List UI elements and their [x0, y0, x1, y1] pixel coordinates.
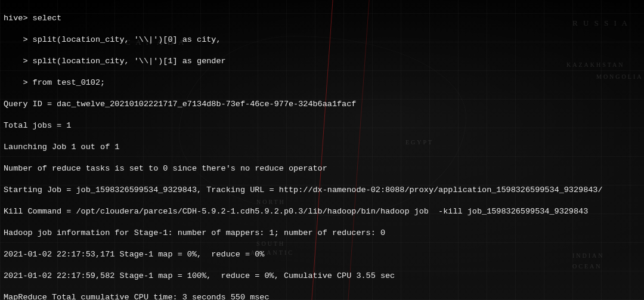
cont-prompt: > — [4, 57, 28, 66]
prompt: hive> — [4, 14, 28, 23]
log-total-jobs: Total jobs = 1 — [4, 120, 640, 131]
sql-line-1: hive> select — [4, 13, 640, 24]
log-reduce-zero: Number of reduce tasks is set to 0 since… — [4, 163, 640, 174]
terminal[interactable]: hive> select > split(location_city, '\\|… — [0, 0, 644, 300]
sql-text: select — [28, 14, 62, 23]
sql-line-2: > split(location_city, '\\|')[0] as city… — [4, 35, 640, 45]
log-kill-command: Kill Command = /opt/cloudera/parcels/CDH… — [4, 206, 640, 217]
sql-line-3: > split(location_city, '\\|')[1] as gend… — [4, 56, 640, 67]
log-hadoop-info: Hadoop job information for Stage-1: numb… — [4, 228, 640, 239]
sql-text: split(location_city, '\\|')[1] as gender — [28, 57, 226, 66]
log-starting-job: Starting Job = job_1598326599534_9329843… — [4, 185, 640, 196]
sql-line-4: > from test_0102; — [4, 78, 640, 88]
log-query-id: Query ID = dac_twelve_20210102221717_e71… — [4, 99, 640, 110]
sql-text: from test_0102; — [28, 78, 106, 87]
sql-text: split(location_city, '\\|')[0] as city, — [28, 35, 221, 44]
log-mr-total: MapReduce Total cumulative CPU time: 3 s… — [4, 292, 640, 300]
cont-prompt: > — [4, 35, 28, 44]
log-launching: Launching Job 1 out of 1 — [4, 142, 640, 153]
log-progress-2: 2021-01-02 22:17:59,582 Stage-1 map = 10… — [4, 271, 640, 282]
cont-prompt: > — [4, 78, 28, 87]
log-progress-1: 2021-01-02 22:17:53,171 Stage-1 map = 0%… — [4, 249, 640, 260]
